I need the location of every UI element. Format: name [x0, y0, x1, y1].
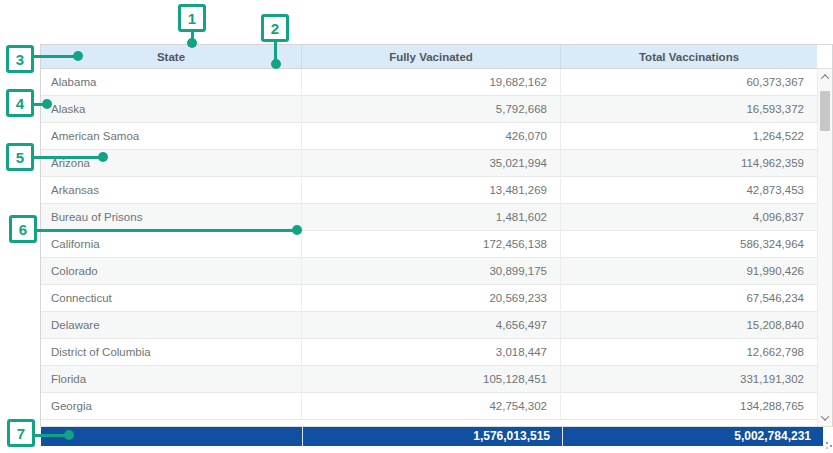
column-header-fully-vaccinated[interactable]: Fully Vacinated	[302, 45, 561, 69]
callout-number-3: 3	[6, 45, 34, 73]
column-header-total-vaccinations[interactable]: Total Vaccinations	[561, 45, 817, 69]
table-row[interactable]: Delaware4,656,49715,208,840	[41, 312, 817, 339]
row-fully-vaccinated-cell: 426,070	[302, 123, 561, 150]
summary-state-cell	[41, 427, 302, 446]
row-total-vaccinations-cell: 1,264,522	[561, 123, 817, 150]
row-total-vaccinations-cell: 114,962,359	[561, 150, 817, 177]
table-row[interactable]: California172,456,138586,324,964	[41, 231, 817, 258]
table-body: Alabama19,682,16260,373,367Alaska5,792,6…	[41, 69, 817, 426]
table-row[interactable]: Connecticut20,569,23367,546,234	[41, 285, 817, 312]
row-total-vaccinations-cell: 15,208,840	[561, 312, 817, 339]
row-total-vaccinations-cell: 586,324,964	[561, 231, 817, 258]
chevron-up-icon	[821, 74, 829, 82]
resize-grip-icon	[826, 442, 828, 444]
callout-line	[31, 156, 103, 159]
row-fully-vaccinated-cell: 172,456,138	[302, 231, 561, 258]
row-total-vaccinations-cell: 331,191,302	[561, 366, 817, 393]
row-total-vaccinations-cell: 12,662,798	[561, 339, 817, 366]
callout-line	[31, 55, 78, 58]
callout-endpoint-dot	[42, 99, 52, 109]
summary-fully-vaccinated-value: 1,576,013,515	[303, 427, 562, 446]
table-row[interactable]: Bureau of Prisons1,481,6024,096,837	[41, 204, 817, 231]
callout-number-5: 5	[6, 143, 34, 171]
row-total-vaccinations-cell: 91,990,426	[561, 258, 817, 285]
callout-endpoint-dot	[292, 225, 302, 235]
row-fully-vaccinated-cell: 42,754,302	[302, 393, 561, 420]
callout-endpoint-dot	[64, 430, 74, 440]
row-state-cell: Alaska	[41, 96, 302, 123]
page: State Fully Vacinated Total Vaccinations…	[0, 0, 833, 453]
vertical-scrollbar[interactable]	[817, 69, 832, 426]
table-row[interactable]: Arizona35,021,994114,962,359	[41, 150, 817, 177]
row-fully-vaccinated-cell: 30,899,175	[302, 258, 561, 285]
vaccination-table-widget: State Fully Vacinated Total Vaccinations…	[40, 44, 833, 427]
row-fully-vaccinated-cell: 105,128,451	[302, 366, 561, 393]
header-scrollbar-spacer	[817, 45, 832, 69]
row-state-cell: District of Columbia	[41, 339, 302, 366]
table-row[interactable]: Florida105,128,451331,191,302	[41, 366, 817, 393]
callout-number-4: 4	[6, 89, 34, 117]
chevron-down-icon	[821, 412, 829, 420]
callout-number-6: 6	[9, 215, 37, 243]
row-total-vaccinations-cell: 60,373,367	[561, 69, 817, 96]
callout-endpoint-dot	[98, 152, 108, 162]
row-total-vaccinations-cell: 4,096,837	[561, 204, 817, 231]
row-state-cell: Connecticut	[41, 285, 302, 312]
table-row[interactable]: Alaska5,792,66816,593,372	[41, 96, 817, 123]
row-fully-vaccinated-cell: 20,569,233	[302, 285, 561, 312]
row-state-cell: Florida	[41, 366, 302, 393]
row-state-cell: Delaware	[41, 312, 302, 339]
row-fully-vaccinated-cell: 3,018,447	[302, 339, 561, 366]
table-row[interactable]: Arkansas13,481,26942,873,453	[41, 177, 817, 204]
summary-total-vaccinations-value: 5,002,784,231	[563, 427, 823, 446]
row-total-vaccinations-cell: 134,288,765	[561, 393, 817, 420]
table-row[interactable]: District of Columbia3,018,44712,662,798	[41, 339, 817, 366]
table-row[interactable]: American Samoa426,0701,264,522	[41, 123, 817, 150]
scrollbar-thumb[interactable]	[820, 91, 830, 131]
callout-number-2: 2	[261, 14, 289, 42]
callout-number-1: 1	[178, 4, 206, 32]
row-fully-vaccinated-cell: 1,481,602	[302, 204, 561, 231]
row-state-cell: Arizona	[41, 150, 302, 177]
row-state-cell: Georgia	[41, 393, 302, 420]
row-fully-vaccinated-cell: 5,792,668	[302, 96, 561, 123]
summary-row: 1,576,013,515 5,002,784,231	[41, 427, 823, 446]
row-fully-vaccinated-cell: 4,656,497	[302, 312, 561, 339]
row-state-cell: California	[41, 231, 302, 258]
row-fully-vaccinated-cell: 13,481,269	[302, 177, 561, 204]
row-state-cell: American Samoa	[41, 123, 302, 150]
table-row[interactable]: Colorado30,899,17591,990,426	[41, 258, 817, 285]
table-row[interactable]: Georgia42,754,302134,288,765	[41, 393, 817, 420]
callout-endpoint-dot	[271, 59, 281, 69]
callout-line	[34, 229, 297, 232]
table-row[interactable]: Alabama19,682,16260,373,367	[41, 69, 817, 96]
scroll-down-button[interactable]	[818, 410, 832, 426]
row-fully-vaccinated-cell: 35,021,994	[302, 150, 561, 177]
callout-endpoint-dot	[73, 51, 83, 61]
row-state-cell: Arkansas	[41, 177, 302, 204]
scroll-up-button[interactable]	[818, 69, 832, 85]
row-state-cell: Colorado	[41, 258, 302, 285]
row-total-vaccinations-cell: 42,873,453	[561, 177, 817, 204]
callout-number-7: 7	[7, 419, 35, 447]
table-header-row: State Fully Vacinated Total Vaccinations	[41, 45, 832, 69]
row-state-cell: Alabama	[41, 69, 302, 96]
row-total-vaccinations-cell: 67,546,234	[561, 285, 817, 312]
callout-endpoint-dot	[187, 38, 197, 48]
row-fully-vaccinated-cell: 19,682,162	[302, 69, 561, 96]
row-total-vaccinations-cell: 16,593,372	[561, 96, 817, 123]
row-state-cell: Bureau of Prisons	[41, 204, 302, 231]
